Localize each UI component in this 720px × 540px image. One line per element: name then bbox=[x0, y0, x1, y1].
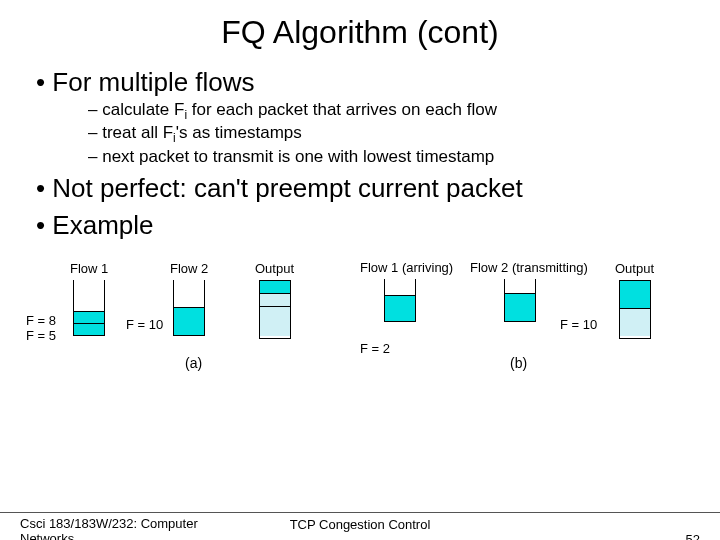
queue-b-output bbox=[619, 280, 651, 339]
packet bbox=[260, 306, 290, 336]
packet bbox=[260, 280, 290, 293]
footer-course: Csci 183/183W/232: Computer Networks bbox=[20, 517, 220, 540]
content-area: For multiple flows calculate Fi for each… bbox=[0, 51, 720, 411]
label-flow1-arriving: Flow 1 (arriving) bbox=[360, 261, 440, 275]
bullet-example: Example bbox=[36, 210, 690, 241]
label-flow2: Flow 2 bbox=[170, 261, 208, 276]
packet bbox=[174, 307, 204, 335]
text: 's as timestamps bbox=[176, 123, 302, 142]
text: calculate F bbox=[102, 100, 184, 119]
bullet-not-perfect: Not perfect: can't preempt current packe… bbox=[36, 173, 690, 204]
subbullet-timestamps: treat all Fi's as timestamps bbox=[88, 123, 690, 145]
label-output-b: Output bbox=[615, 261, 654, 276]
label-f10b: F = 10 bbox=[560, 317, 597, 332]
queue-b-flow2 bbox=[504, 279, 536, 322]
packet bbox=[620, 280, 650, 308]
group-b-output: Output bbox=[615, 261, 654, 339]
bullet-multiple-flows: For multiple flows bbox=[36, 67, 690, 98]
queue-a-output bbox=[259, 280, 291, 339]
subbullet-calculate: calculate Fi for each packet that arrive… bbox=[88, 100, 690, 122]
label-f8-f5: F = 8 F = 5 bbox=[26, 313, 56, 343]
label-output-a: Output bbox=[255, 261, 294, 276]
caption-b: (b) bbox=[510, 355, 527, 371]
label-flow2-transmitting: Flow 2 (transmitting) bbox=[470, 261, 570, 275]
f5: F = 5 bbox=[26, 328, 56, 343]
group-b-flow1: Flow 1 (arriving) bbox=[360, 261, 440, 322]
queue-a-flow2 bbox=[173, 280, 205, 336]
caption-a: (a) bbox=[185, 355, 202, 371]
packet bbox=[74, 311, 104, 323]
packet bbox=[385, 295, 415, 321]
queue-b-flow1 bbox=[384, 279, 416, 322]
packet bbox=[505, 293, 535, 321]
footer-page-number: 52 bbox=[686, 532, 700, 540]
group-a-flow1: Flow 1 bbox=[70, 261, 108, 336]
group-a-flow2: Flow 2 bbox=[170, 261, 208, 336]
packet bbox=[260, 293, 290, 306]
group-a-output: Output bbox=[255, 261, 294, 339]
packet bbox=[620, 308, 650, 336]
label-f10a: F = 10 bbox=[126, 317, 163, 332]
footer: Csci 183/183W/232: Computer Networks TCP… bbox=[0, 512, 720, 532]
f8: F = 8 bbox=[26, 313, 56, 328]
label-f2: F = 2 bbox=[360, 341, 390, 356]
text: for each packet that arrives on each flo… bbox=[187, 100, 497, 119]
queue-a-flow1 bbox=[73, 280, 105, 336]
example-diagram: Flow 1 F = 8 F = 5 Flow 2 F = 10 Output bbox=[30, 261, 690, 411]
text: treat all F bbox=[102, 123, 173, 142]
group-b-flow2: Flow 2 (transmitting) bbox=[470, 261, 570, 322]
label-flow1: Flow 1 bbox=[70, 261, 108, 276]
slide-title: FQ Algorithm (cont) bbox=[0, 0, 720, 51]
packet bbox=[74, 323, 104, 335]
subbullet-lowest: next packet to transmit is one with lowe… bbox=[88, 147, 690, 167]
